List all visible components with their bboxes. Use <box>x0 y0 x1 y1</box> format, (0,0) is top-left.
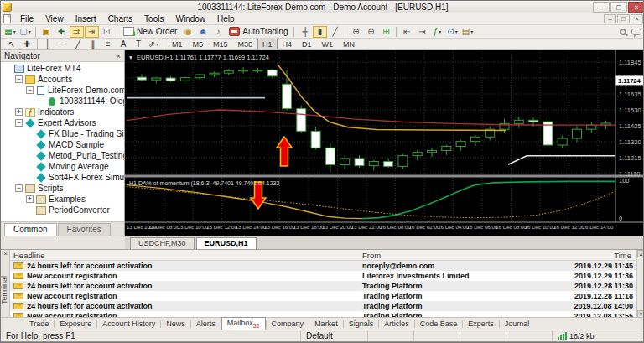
new-order-button[interactable]: New Order <box>120 25 180 38</box>
timeframe-h1[interactable]: H1 <box>257 39 278 49</box>
tree-item-moving-average[interactable]: Moving Average <box>1 161 124 172</box>
cursor-tool[interactable]: ↖ <box>5 39 19 50</box>
restore-button[interactable]: □ <box>610 2 627 13</box>
terminal-tab-trade[interactable]: Trade <box>24 319 54 329</box>
chart-canvas[interactable]: 1.118451.117401.116351.115301.114251.113… <box>125 50 644 236</box>
timeframe-m30[interactable]: M30 <box>233 39 258 49</box>
expand-toggle[interactable]: − <box>15 119 23 127</box>
column-headline[interactable]: Headline <box>13 251 45 260</box>
timeframe-d1[interactable]: D1 <box>297 39 317 49</box>
terminal-tab-journal[interactable]: Journal <box>500 319 535 329</box>
menu-insert[interactable]: Insert <box>70 13 102 25</box>
terminal-tab-articles[interactable]: Articles <box>379 319 414 329</box>
terminal-tab-company[interactable]: Company <box>267 319 309 329</box>
candlestick-button[interactable]: ▮ <box>313 26 327 38</box>
tree-item-scripts[interactable]: −Scripts <box>1 183 124 194</box>
tree-item-indicators[interactable]: +ƒIndicators <box>1 107 124 117</box>
mail-row[interactable]: New account registrationLiteforex Invest… <box>10 271 636 281</box>
mailbox-scrollbar[interactable]: ▲ ▼ <box>636 250 644 318</box>
timeframe-m1[interactable]: M1 <box>167 39 188 49</box>
chart-tab-eurusd-h1[interactable]: EURUSD,H1 <box>196 237 257 249</box>
tree-item-liteforex-demo-com[interactable]: −LiteForex-Demo.com <box>1 85 124 96</box>
scroll-up-icon[interactable]: ▲ <box>637 250 644 257</box>
mail-row[interactable]: 24 hours left for account activationTrad… <box>10 301 636 311</box>
tree-item-expert-advisors[interactable]: −Expert Advisors <box>1 117 124 128</box>
column-from[interactable]: From <box>362 251 381 260</box>
tree-item-accounts[interactable]: −Accounts <box>1 74 124 85</box>
shapes-tool[interactable]: ⇗▾ <box>147 39 161 50</box>
timeframe-h4[interactable]: H4 <box>278 39 298 49</box>
timeframe-m5[interactable]: M5 <box>188 39 209 49</box>
navigator-tab-common[interactable]: Common <box>4 223 57 236</box>
tree-item-1003311144-oleg-tkachenko-n[interactable]: 1003311144: Oleg Tkachenko-N <box>1 96 124 107</box>
community-button[interactable]: ☻ <box>196 26 210 38</box>
expand-toggle[interactable]: − <box>15 75 23 83</box>
column-time[interactable]: Time <box>614 251 631 260</box>
templates-button[interactable]: ▤▾ <box>460 26 475 38</box>
expand-toggle[interactable]: − <box>15 184 23 192</box>
menu-view[interactable]: View <box>39 13 70 25</box>
timeframe-mn[interactable]: MN <box>338 39 360 49</box>
zoom-in-button[interactable]: ⊕ <box>349 26 363 38</box>
navigator-close-icon[interactable]: × <box>117 52 121 60</box>
tree-item-macd-sample[interactable]: MACD Sample <box>1 139 124 150</box>
minimize-button[interactable]: – <box>593 2 610 13</box>
menu-window[interactable]: Window <box>169 13 211 25</box>
chart-foreground-button[interactable]: ▣ <box>39 26 54 38</box>
menu-tools[interactable]: Tools <box>138 13 169 25</box>
terminal-tab-experts[interactable]: Experts <box>463 319 499 329</box>
tree-item-soft4fx-forex-simulator-fix[interactable]: Soft4FX Forex Simulator_fix <box>1 172 124 183</box>
indicators-list-button[interactable]: ƒ▾ <box>430 26 444 38</box>
terminal-tab-news[interactable]: News <box>161 319 190 329</box>
tree-item-fx-blue-trading-simulator-v3[interactable]: FX Blue - Trading Simulator v3 <box>1 128 124 139</box>
menu-help[interactable]: Help <box>211 13 241 25</box>
mail-row[interactable]: 24 hours left for account activationnore… <box>10 261 636 271</box>
new-chart-button[interactable]: ▦▾ <box>3 26 18 38</box>
child-minimize-button[interactable]: – <box>604 14 616 23</box>
terminal-tab-account-history[interactable]: Account History <box>97 319 160 329</box>
search-icon[interactable] <box>620 29 626 35</box>
menu-charts[interactable]: Charts <box>102 13 138 25</box>
bar-chart-button[interactable]: ╫ <box>298 26 312 38</box>
chat-icon[interactable] <box>631 29 641 35</box>
zoom-out-button[interactable]: ⊖ <box>364 26 378 38</box>
timeframe-m15[interactable]: M15 <box>208 39 233 49</box>
timeframe-w1[interactable]: W1 <box>317 39 339 49</box>
tree-item-liteforex-mt4[interactable]: LiteForex MT4 <box>1 63 124 74</box>
one-click-trading-toggle[interactable]: ▾ <box>129 54 132 61</box>
expand-toggle[interactable]: + <box>15 108 23 116</box>
terminal-tab-code-base[interactable]: Code Base <box>415 319 463 329</box>
mail-row[interactable]: New account registrationTrading Platform… <box>10 291 636 301</box>
mail-row[interactable]: 24 hours left for account activationTrad… <box>10 281 636 291</box>
profiles-button[interactable]: ▢▾ <box>18 26 33 38</box>
chart-shift-button[interactable]: ⇥ <box>85 26 99 38</box>
terminal-close-icon[interactable]: × <box>2 251 9 258</box>
vertical-line-tool[interactable]: │ <box>41 39 55 50</box>
terminal-tab-signals[interactable]: Signals <box>344 319 379 329</box>
label-tool[interactable]: T <box>132 39 146 50</box>
trendline-tool[interactable]: ╱ <box>71 39 86 50</box>
close-button[interactable]: × <box>628 2 644 13</box>
expand-toggle[interactable]: + <box>26 195 34 203</box>
tree-item-examples[interactable]: +Examples <box>1 194 124 205</box>
line-chart-button[interactable]: ╱ <box>328 26 342 38</box>
expand-toggle[interactable]: − <box>26 86 34 94</box>
autotrading-button[interactable]: AutoTrading <box>226 25 291 38</box>
crosshair-tool[interactable]: ✚ <box>20 39 34 50</box>
magnifier-window-button[interactable]: ⊡ <box>100 26 114 38</box>
crosshair-move-button[interactable]: ✚ <box>55 26 69 38</box>
channel-tool[interactable]: ∥ <box>86 39 101 50</box>
fibonacci-tool[interactable]: ≡ <box>101 39 116 50</box>
child-restore-button[interactable]: □ <box>617 14 630 23</box>
menu-file[interactable]: File <box>14 13 39 25</box>
status-profile[interactable]: Default <box>301 330 368 341</box>
tile-windows-button[interactable]: ⊞ <box>379 26 393 38</box>
sounds-button[interactable]: ♪ <box>211 26 226 38</box>
terminal-side-label[interactable]: Terminal <box>0 265 9 315</box>
periods-button[interactable]: ⊙▾ <box>445 26 460 38</box>
tree-item-periodconverter[interactable]: PeriodConverter <box>1 205 124 216</box>
horizontal-line-tool[interactable]: ─ <box>56 39 70 50</box>
chart-tab-usdchf-m30[interactable]: USDCHF,M30 <box>130 237 195 249</box>
child-close-button[interactable]: × <box>631 14 643 23</box>
autoscroll-button[interactable]: ⇉ <box>70 26 84 38</box>
